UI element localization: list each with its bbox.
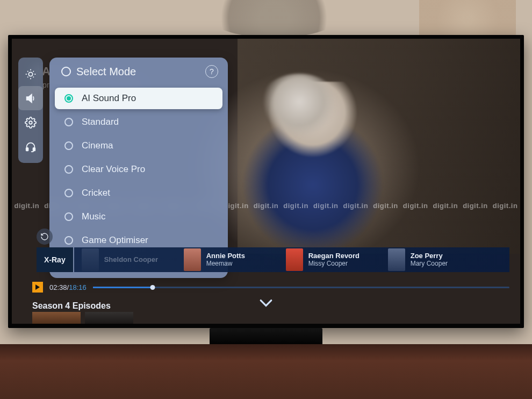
chevron-down-icon[interactable]	[256, 297, 276, 310]
cast-item[interactable]: Zoe Perry Mary Cooper	[380, 248, 483, 271]
mode-option-standard[interactable]: Standard	[55, 111, 222, 133]
panel-title: Select Mode	[61, 66, 136, 78]
option-label: Music	[82, 211, 105, 222]
undo-button[interactable]	[37, 229, 53, 245]
xray-label[interactable]: X-Ray	[37, 247, 73, 272]
table-surface	[0, 344, 532, 399]
cast-name: Zoe Perry	[411, 252, 448, 260]
sound-mode-panel: Select Mode ? AI Sound Pro Standard Cine…	[49, 58, 228, 278]
svg-point-0	[28, 72, 32, 76]
cast-name: Raegan Revord	[308, 252, 360, 260]
player-bar: 02:38/18:16	[32, 282, 509, 293]
radio-icon	[64, 236, 73, 245]
gear-icon[interactable]	[18, 110, 43, 134]
cast-thumb	[286, 248, 303, 271]
episode-thumb[interactable]	[32, 312, 81, 324]
wall-decor-right	[419, 0, 516, 38]
cast-strip[interactable]: Sheldon Cooper Annie Potts Meemaw Raegan…	[74, 247, 509, 272]
mode-option-clear-voice-pro[interactable]: Clear Voice Pro	[55, 159, 222, 180]
video-hair	[256, 74, 342, 144]
option-label: Standard	[82, 117, 119, 127]
option-label: Cricket	[82, 188, 110, 198]
cast-role: Meemaw	[206, 260, 245, 268]
cast-name: Annie Potts	[206, 252, 245, 260]
radio-icon	[64, 118, 73, 126]
settings-sidebar	[18, 58, 43, 163]
radio-icon	[64, 189, 73, 197]
mode-option-cinema[interactable]: Cinema	[55, 135, 222, 156]
wall-decor-round	[204, 0, 344, 38]
cast-name: Sheldon Cooper	[104, 256, 158, 264]
cast-item[interactable]: Sheldon Cooper	[74, 248, 176, 271]
cast-thumb	[184, 248, 201, 271]
search-icon	[61, 67, 71, 76]
volume-icon[interactable]	[18, 86, 43, 110]
cast-item[interactable]: Annie Potts Meemaw	[176, 248, 278, 271]
option-label: Game Optimiser	[82, 235, 148, 246]
radio-icon	[64, 141, 73, 150]
seek-fill	[93, 287, 153, 288]
cast-thumb	[82, 248, 99, 271]
headset-icon[interactable]	[18, 134, 43, 159]
help-button[interactable]: ?	[205, 65, 218, 78]
brightness-icon[interactable]	[18, 62, 43, 86]
radio-icon	[64, 212, 73, 221]
episode-thumb[interactable]	[85, 312, 133, 324]
mode-option-cricket[interactable]: Cricket	[55, 182, 222, 204]
mode-option-ai-sound-pro[interactable]: AI Sound Pro	[55, 88, 222, 109]
cast-role: Mary Cooper	[411, 260, 448, 268]
cast-role: Missy Cooper	[308, 260, 360, 268]
cast-thumb	[388, 248, 405, 271]
cast-item[interactable]: Raegan Revord Missy Cooper	[278, 248, 380, 271]
mode-option-music[interactable]: Music	[55, 206, 222, 227]
seek-head[interactable]	[150, 285, 155, 290]
seek-track[interactable]	[93, 287, 509, 288]
svg-point-1	[29, 121, 32, 124]
option-label: Cinema	[82, 140, 113, 151]
xray-bar: X-Ray Sheldon Cooper Annie Potts Meemaw	[37, 247, 509, 272]
mode-option-list: AI Sound Pro Standard Cinema Clear Voice…	[49, 88, 228, 251]
tv-screen: digit.indigit.in digit.indigit.in digit.…	[12, 39, 520, 324]
season-label[interactable]: Season 4 Episodes	[32, 301, 111, 311]
svg-rect-3	[33, 147, 35, 151]
radio-icon	[64, 165, 73, 174]
playback-time: 02:38/18:16	[49, 283, 87, 291]
svg-rect-2	[26, 147, 28, 151]
option-label: Clear Voice Pro	[82, 164, 145, 175]
play-button[interactable]	[32, 282, 43, 293]
radio-icon	[64, 94, 73, 103]
episode-thumbs	[32, 312, 509, 324]
option-label: AI Sound Pro	[82, 93, 136, 104]
